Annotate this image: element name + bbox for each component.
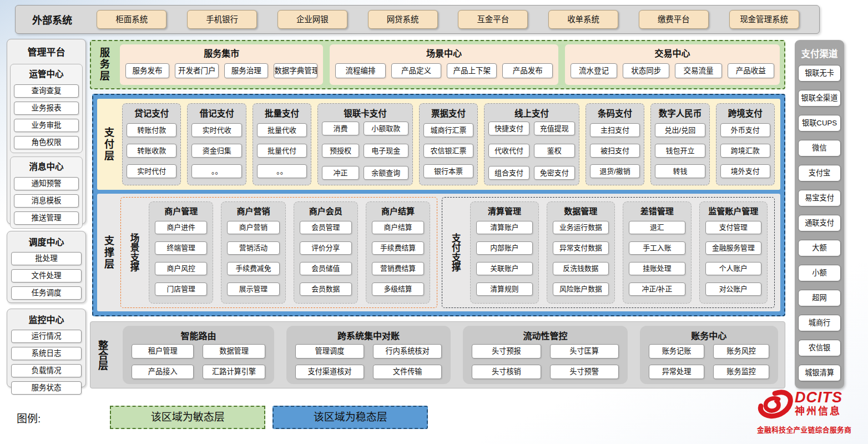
payment-column-online: 线上支付 快捷支付充值提现代收代付鉴权组合支付免密支付	[484, 103, 579, 185]
section-liquidity-control: 流动性管控 头寸预报头寸匡算头寸核销头寸预警	[463, 326, 627, 384]
module-box: 状态同步	[623, 63, 669, 78]
channel-box: 大额	[798, 240, 841, 256]
section-items: 流水登记状态同步交易流量产品收益	[571, 59, 774, 82]
module-box: 开发者门户	[175, 63, 219, 78]
module-box: 风险账户数据	[553, 282, 609, 296]
module-box: 汇路计算引擎	[203, 365, 265, 379]
payment-layer: 支付层 贷记支付 转账付款转账收款实时代付 借记支付 实时代收资金归集。。 批量…	[97, 99, 780, 190]
section-title: 场景中心	[335, 46, 552, 59]
service-layer-label: 服务层	[94, 44, 113, 85]
module-box: 免密支付	[534, 166, 575, 180]
module-box: 终端管理	[155, 241, 207, 255]
module-box: 流程编排	[335, 63, 385, 78]
column-title: 跨境支付	[720, 105, 770, 120]
column-title: 条码支付	[590, 105, 640, 120]
support-column-merchant-marketing: 商户营销 商户营销营销活动手续费减免展示管理	[221, 201, 285, 304]
module-box: 异常处理	[649, 365, 705, 379]
external-system-box: 收单系统	[548, 10, 618, 29]
support-column-error-mgmt: 差错管理 退汇手工入账挂账处理冲正/补正	[623, 201, 691, 304]
module-box: 服务发布	[125, 63, 169, 78]
group-title: 调度中心	[10, 234, 83, 248]
integration-layer-label: 整合层	[94, 326, 110, 384]
module-box: 数据管理	[203, 344, 265, 359]
column-items: 快捷支付充值提现代收代付鉴权组合支付免密支付	[488, 120, 575, 181]
module-box: 退汇	[629, 221, 685, 234]
section-items: 账务记账账务风控异常处理账务监控	[649, 343, 769, 380]
legend-label: 图例:	[17, 410, 41, 425]
logo-cn-name: 神州信息	[795, 405, 842, 417]
module-box: 钱包开立	[655, 144, 705, 158]
payment-channels-items: 银联无卡银联全渠道银联CUPS微信支付宝易宝支付通联支付大额小额超网城商行农信银…	[798, 61, 841, 385]
module-box: 批量代付	[257, 144, 307, 158]
module-box: 支付渠道核对	[295, 365, 364, 379]
group-items: 通知预警消息模板推送管理	[13, 177, 80, 225]
module-box: 批处理	[11, 252, 82, 265]
module-box: 系统日志	[11, 347, 82, 360]
module-box: 预授权	[322, 144, 359, 158]
module-box: 评价分享	[300, 241, 352, 255]
module-box: 对公账户	[705, 282, 761, 296]
group-items: 运行情况系统日志负载情况服务状态	[10, 330, 83, 395]
column-items: 实时代收资金归集。。	[191, 120, 241, 181]
module-box: 个人账户	[705, 262, 761, 275]
external-system-box: 缴费平台	[639, 10, 709, 29]
module-box: 展示管理	[227, 282, 279, 296]
module-box: 跨境汇款	[720, 144, 770, 158]
support-column-merchant-settlement: 商户结算 商户结算手续费结算营销费结算多级结算	[366, 201, 430, 304]
legend-agile-layer: 该区域为敏态层	[110, 406, 265, 429]
section-items: 服务发布开发者门户服务治理数据字典管理	[125, 59, 317, 82]
column-title: 差错管理	[629, 203, 685, 217]
section-title: 交易中心	[571, 46, 774, 59]
section-title: 智能路由	[132, 327, 265, 343]
external-system-box: 企业网银	[277, 10, 347, 29]
section-service-market: 服务集市 服务发布开发者门户服务治理数据字典管理	[120, 44, 323, 85]
payment-support-section: 支付支撑 清算管理 清算账户内部账户关联账户清算规则 数据管理 业务运行数据异常…	[442, 197, 775, 308]
module-box: 电子现金	[364, 144, 408, 158]
channel-box: 通联支付	[798, 215, 841, 231]
module-box: 服务状态	[11, 381, 82, 395]
module-box: 鉴权	[534, 144, 575, 158]
module-box: 服务治理	[224, 63, 268, 78]
group-title: 监控中心	[10, 311, 83, 326]
payment-channels-title: 支付渠道	[798, 43, 841, 61]
module-box: 行内系统核对	[373, 344, 442, 359]
module-box: 头寸预警	[550, 365, 619, 379]
module-box: 业务运行数据	[553, 221, 609, 234]
column-items: 城商行汇票农信银汇票银行本票	[423, 120, 473, 181]
section-accounting-center: 账务中心 账务记账账务风控异常处理账务监控	[640, 326, 778, 384]
module-box: 交易流量	[675, 63, 721, 78]
column-items: 主扫支付被扫支付退货/撤销	[590, 120, 640, 181]
module-box: 文件处理	[11, 269, 82, 282]
module-box: 冲正	[322, 166, 359, 180]
channel-box: 支付宝	[798, 165, 841, 181]
module-box: 商户进件	[155, 221, 207, 234]
column-title: 借记支付	[191, 105, 241, 120]
column-title: 商户会员	[300, 203, 352, 217]
module-box: 会员管理	[300, 221, 352, 234]
module-box: 支付管理	[705, 221, 761, 234]
module-box: 境外支付	[720, 164, 770, 178]
module-box: 组合支付	[488, 166, 529, 180]
module-box: 流水登记	[571, 63, 617, 78]
module-box: 反洗钱数据	[553, 262, 609, 275]
section-trade-center: 交易中心 流水登记状态同步交易流量产品收益	[565, 44, 780, 85]
module-box: 被扫支付	[590, 144, 640, 158]
external-system-box: 柜面系统	[97, 10, 166, 29]
scene-support-section: 场景支撑 商户管理 商户进件终端管理商户风控门店管理 商户营销 商户营销营销活动…	[120, 197, 437, 308]
module-box: 账务记账	[649, 344, 705, 359]
external-systems-items: 柜面系统手机银行企业网银网贷系统互金平台收单系统缴费平台现金管理系统	[87, 10, 819, 29]
module-box: 主扫支付	[590, 123, 640, 137]
legend-stable-layer: 该区域为稳态层	[272, 406, 428, 429]
module-box: 批量代收	[257, 123, 307, 137]
payment-channels-panel: 支付渠道 银联无卡银联全渠道银联CUPS微信支付宝易宝支付通联支付大额小额超网城…	[795, 40, 844, 389]
module-box: 转钱	[655, 164, 705, 178]
module-box: 。。	[191, 164, 241, 178]
stable-layer-frame: 支付层 贷记支付 转账付款转账收款实时代付 借记支付 实时代收资金归集。。 批量…	[92, 94, 785, 316]
column-items: 会员管理评价分享会员储值会员数据	[300, 217, 352, 299]
module-box: 冲正/补正	[629, 282, 685, 296]
module-box: 文件传输	[373, 365, 442, 379]
module-box: 小额取款	[364, 122, 408, 135]
group-title: 运管中心	[13, 65, 80, 80]
module-box: 产品收益	[728, 63, 774, 78]
payment-column-credit: 贷记支付 转账付款转账收款实时代付	[122, 103, 181, 185]
